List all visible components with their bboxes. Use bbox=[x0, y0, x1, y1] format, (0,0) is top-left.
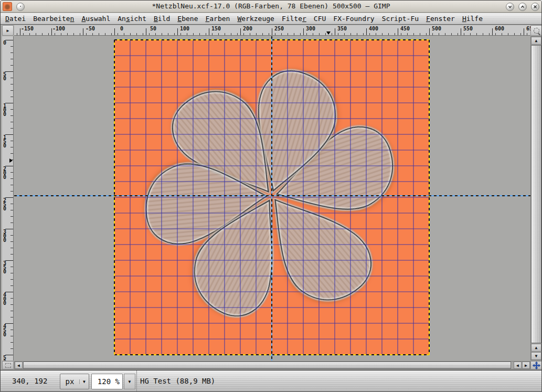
menu-auswahl[interactable]: Auswahl bbox=[78, 14, 114, 24]
zoom-input[interactable]: 120 % bbox=[91, 374, 123, 389]
chevron-down-icon: ▼ bbox=[79, 379, 89, 384]
ruler-major-tick bbox=[272, 28, 272, 35]
menu-cfu[interactable]: CFU bbox=[310, 14, 330, 24]
ruler-label: 450 bbox=[400, 26, 410, 31]
ruler-major-tick bbox=[335, 28, 335, 35]
ruler-major-tick bbox=[5, 355, 13, 355]
ruler-major-tick bbox=[177, 28, 178, 35]
ruler-major-tick bbox=[209, 28, 209, 35]
gimp-window: *NetzblNeu.xcf-17.0 (RGB-Farben, 78 Eben… bbox=[0, 0, 542, 392]
magnifier-icon bbox=[534, 28, 539, 34]
dashed-rectangle-icon bbox=[5, 363, 11, 368]
scroll-up-button[interactable]: ▲ bbox=[531, 37, 541, 45]
ruler-major-tick bbox=[240, 28, 241, 35]
ruler-label: 500 bbox=[432, 26, 441, 31]
vertical-scrollbar[interactable]: ▲ ▲ ▼ bbox=[530, 36, 542, 361]
ruler-label: 600 bbox=[495, 26, 504, 31]
vertical-ruler[interactable]: 050100150200250300350400450500 bbox=[2, 36, 14, 361]
menu-werkzeuge[interactable]: Werkzeuge bbox=[233, 14, 278, 24]
ruler-label: 400 bbox=[3, 293, 9, 305]
ruler-major-tick bbox=[398, 28, 398, 35]
ruler-label: 200 bbox=[243, 26, 252, 31]
pointer-marker-vertical bbox=[9, 158, 13, 163]
image-menu-button[interactable]: ▶ bbox=[2, 25, 14, 36]
horizontal-guide[interactable] bbox=[14, 195, 530, 196]
vertical-scrollbar-thumb[interactable] bbox=[531, 45, 541, 343]
navigation-preview-button[interactable] bbox=[530, 361, 542, 369]
ruler-label: 50 bbox=[3, 72, 9, 81]
ruler-label: 250 bbox=[3, 198, 9, 211]
menu-ebene[interactable]: Ebene bbox=[174, 14, 201, 24]
play-triangle-icon: ▶ bbox=[7, 28, 9, 33]
window-title: *NetzblNeu.xcf-17.0 (RGB-Farben, 78 Eben… bbox=[1, 2, 541, 10]
arrow-down-icon: ▼ bbox=[535, 354, 538, 358]
chevron-down-icon: ▼ bbox=[129, 379, 131, 384]
ruler-label: 300 bbox=[3, 230, 9, 242]
horizontal-ruler[interactable]: -150-100-5005010015020025030035040045050… bbox=[14, 25, 530, 36]
scroll-left-button[interactable]: ◀ bbox=[15, 362, 23, 369]
ruler-major-tick bbox=[492, 28, 493, 35]
pointer-position: 340, 192 bbox=[12, 377, 59, 385]
ruler-major-tick bbox=[461, 28, 461, 35]
ruler-label: 0 bbox=[120, 26, 123, 31]
scroll-down-button[interactable]: ▼ bbox=[531, 352, 541, 360]
zoom-dropdown-button[interactable]: ▼ bbox=[124, 374, 135, 389]
ruler-major-tick bbox=[5, 40, 13, 40]
maximize-button[interactable] bbox=[518, 3, 527, 11]
ruler-major-tick bbox=[83, 28, 83, 35]
canvas-viewport[interactable] bbox=[14, 36, 530, 361]
ruler-major-tick bbox=[5, 166, 13, 166]
scroll-left-button-2[interactable]: ◀ bbox=[514, 362, 522, 369]
ruler-major-tick bbox=[429, 28, 430, 35]
ruler-label: 100 bbox=[3, 104, 9, 116]
ruler-label: 150 bbox=[3, 135, 9, 148]
menu-datei[interactable]: Datei bbox=[2, 14, 29, 24]
status-message: HG Test (88,9 MB) bbox=[140, 377, 215, 385]
menu-script-fu[interactable]: Script-Fu bbox=[378, 14, 422, 24]
title-bar[interactable]: *NetzblNeu.xcf-17.0 (RGB-Farben, 78 Eben… bbox=[1, 1, 541, 13]
unit-select[interactable]: px ▼ bbox=[60, 374, 89, 389]
ruler-label: 50 bbox=[150, 26, 156, 31]
menu-filter[interactable]: Filter bbox=[278, 14, 310, 24]
vertical-guide[interactable] bbox=[271, 36, 272, 361]
menu-hilfe[interactable]: Hilfe bbox=[459, 14, 486, 24]
horizontal-scrollbar[interactable]: ◀ ◀ ▶ bbox=[14, 361, 530, 369]
ruler-label: 100 bbox=[180, 26, 189, 31]
arrow-up-icon: ▲ bbox=[535, 38, 538, 43]
menu-fenster[interactable]: Fenster bbox=[422, 14, 459, 24]
ruler-label: 400 bbox=[369, 26, 378, 31]
chevron-up-icon bbox=[520, 4, 525, 9]
ruler-label: 150 bbox=[211, 26, 221, 31]
menu-bild[interactable]: Bild bbox=[150, 14, 174, 24]
layer-boundary-right bbox=[429, 40, 430, 355]
zoom-follow-window-toggle[interactable] bbox=[530, 25, 542, 36]
ruler-label: -100 bbox=[52, 26, 65, 31]
menu-bearbeiten[interactable]: Bearbeiten bbox=[29, 14, 78, 24]
menu-fx-foundry[interactable]: FX-Foundry bbox=[330, 14, 378, 24]
ruler-label: 300 bbox=[306, 26, 315, 31]
menu-farben[interactable]: Farben bbox=[201, 14, 233, 24]
ruler-label: 350 bbox=[3, 261, 9, 274]
ruler-major-tick bbox=[146, 28, 146, 35]
minimize-button[interactable] bbox=[506, 3, 514, 11]
status-bar: 340, 192 px ▼ 120 % ▼ HG Test (88,9 MB) bbox=[1, 370, 541, 392]
ruler-label: 200 bbox=[3, 167, 9, 179]
scroll-right-button[interactable]: ▶ bbox=[522, 362, 530, 369]
ruler-label: 500 bbox=[3, 356, 9, 361]
ruler-major-tick bbox=[5, 71, 13, 72]
zoom-value: 120 % bbox=[98, 377, 120, 386]
menu-ansicht[interactable]: Ansicht bbox=[114, 14, 150, 24]
quick-mask-toggle[interactable] bbox=[2, 361, 14, 369]
ruler-label: 650 bbox=[526, 26, 530, 31]
horizontal-scrollbar-thumb[interactable] bbox=[23, 362, 511, 369]
arrow-left-icon: ◀ bbox=[17, 363, 20, 368]
ruler-label: 450 bbox=[3, 324, 9, 337]
scroll-up-button-2[interactable]: ▲ bbox=[531, 344, 541, 352]
pointer-marker-horizontal bbox=[326, 31, 331, 35]
ruler-major-tick bbox=[5, 197, 13, 198]
close-button[interactable] bbox=[531, 3, 539, 11]
unit-value: px bbox=[60, 377, 79, 386]
ruler-major-tick bbox=[5, 229, 13, 229]
ruler-major-tick bbox=[524, 28, 524, 35]
menubar: DateiBearbeitenAuswahlAnsichtBildEbeneFa… bbox=[1, 13, 541, 25]
